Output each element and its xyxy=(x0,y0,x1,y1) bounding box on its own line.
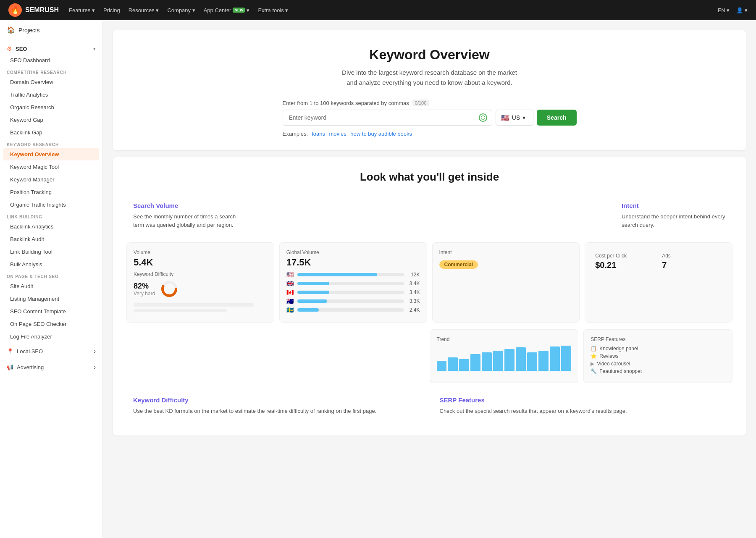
trend-bar xyxy=(550,346,560,371)
volume-kd-card: Volume 5.4K Keyword Difficulty 82% Very … xyxy=(126,242,274,323)
sidebar-item-organic-research[interactable]: Organic Research xyxy=(3,101,99,113)
trend-bar xyxy=(516,347,526,371)
volume-label: Volume xyxy=(134,249,267,255)
house-icon: 🏠 xyxy=(7,26,15,34)
language-selector[interactable]: EN ▾ xyxy=(718,7,730,13)
sidebar-item-listing-management[interactable]: Listing Management xyxy=(3,293,99,305)
trend-label: Trend xyxy=(437,336,572,342)
main-content: Keyword Overview Dive into the largest k… xyxy=(103,20,756,538)
sidebar-item-log-file[interactable]: Log File Analyzer xyxy=(3,331,99,343)
flag-emoji: 🇦🇺 xyxy=(286,298,295,304)
sidebar-item-keyword-overview[interactable]: Keyword Overview xyxy=(3,148,99,160)
cpc-grid: Cost per Click $0.21 Ads 7 xyxy=(592,249,725,273)
sidebar-item-seo-content-template[interactable]: SEO Content Template xyxy=(3,305,99,318)
local-seo-chevron: › xyxy=(94,348,96,354)
intent-description: Intent Understand the deeper intent behi… xyxy=(615,195,732,236)
intent-title: Intent xyxy=(622,202,726,209)
kd-detail: Very hard xyxy=(134,291,155,297)
trend-bar xyxy=(482,352,492,371)
kd-bottom-description: Keyword Difficulty Use the best KD formu… xyxy=(126,390,426,422)
flag-bar xyxy=(297,291,329,294)
serp-feature-label: Feautured snoppet xyxy=(599,368,642,374)
serp-bottom-description: SERP Features Check out the special sear… xyxy=(433,390,733,422)
cpc-label: Cost per Click xyxy=(595,253,655,259)
keyword-research-category: KEYWORD RESEARCH xyxy=(0,139,102,148)
seo-icon: ⚙ xyxy=(7,45,12,52)
search-volume-description: Search Volume See the monthly number of … xyxy=(126,195,244,236)
keyword-input-wrap xyxy=(283,110,492,126)
projects-nav-item[interactable]: 🏠 Projects xyxy=(7,26,96,34)
sidebar-item-traffic-analytics[interactable]: Traffic Analytics xyxy=(3,89,99,101)
top-annotations-row: Search Volume See the monthly number of … xyxy=(126,195,732,236)
seo-chevron: ▾ xyxy=(93,46,96,52)
sidebar-item-keyword-gap[interactable]: Keyword Gap xyxy=(3,114,99,126)
sidebar-item-seo-dashboard[interactable]: SEO Dashboard xyxy=(3,54,99,66)
serp-feature-icon: 📋 xyxy=(591,346,597,352)
trend-bar xyxy=(459,359,469,371)
country-selector[interactable]: 🇺🇸 US ▾ xyxy=(496,110,533,126)
sidebar-item-on-page-checker[interactable]: On Page SEO Checker xyxy=(3,318,99,330)
nav-features[interactable]: Features ▾ xyxy=(69,7,95,13)
flag-bar-wrap xyxy=(297,299,404,303)
features-title: Look what you'll get inside xyxy=(126,171,732,184)
nav-right: EN ▾ 👤 ▾ xyxy=(718,7,748,13)
kd-bottom-title: Keyword Difficulty xyxy=(133,396,420,404)
example-how-to-buy[interactable]: how to buy audible books xyxy=(350,131,412,137)
cpc-value: $0.21 xyxy=(595,260,655,270)
ads-label: Ads xyxy=(662,253,722,259)
sidebar-item-domain-overview[interactable]: Domain Overview xyxy=(3,76,99,88)
nav-company[interactable]: Company ▾ xyxy=(167,7,195,13)
second-row-cards: Trend SERP Features 📋 Knowledge panel ⭐ … xyxy=(430,329,733,383)
flag-value: 3.3K xyxy=(407,298,420,304)
flag-bar-wrap xyxy=(297,291,404,294)
nav-pricing[interactable]: Pricing xyxy=(103,7,120,13)
logo-text: SEMRUSH xyxy=(25,6,59,14)
nav-resources[interactable]: Resources ▾ xyxy=(129,7,159,13)
bottom-features: Keyword Difficulty Use the best KD formu… xyxy=(126,390,732,422)
trend-chart xyxy=(437,346,572,371)
trend-bar xyxy=(448,357,458,371)
flag-bar-wrap xyxy=(297,282,404,285)
keyword-input[interactable] xyxy=(283,110,492,126)
serp-feature-label: Reviews xyxy=(599,353,618,359)
new-badge: NEW xyxy=(233,8,245,13)
sidebar-item-backlink-analytics[interactable]: Backlink Analytics xyxy=(3,220,99,233)
sidebar-item-keyword-manager[interactable]: Keyword Manager xyxy=(3,173,99,186)
cpc-item: Cost per Click $0.21 xyxy=(592,249,659,273)
hero-card: Keyword Overview Dive into the largest k… xyxy=(113,30,746,150)
logo[interactable]: 🔥 SEMRUSH xyxy=(8,3,59,17)
country-chevron: ▾ xyxy=(522,114,525,121)
nav-extra-tools[interactable]: Extra tools ▾ xyxy=(258,7,288,13)
sidebar-item-position-tracking[interactable]: Position Tracking xyxy=(3,186,99,198)
sidebar-item-organic-traffic-insights[interactable]: Organic Traffic Insights xyxy=(3,199,99,211)
flag-bar xyxy=(297,308,319,312)
trend-bar xyxy=(538,351,549,371)
sidebar-item-bulk-analysis[interactable]: Bulk Analysis xyxy=(3,258,99,270)
keyword-counter: 0/100 xyxy=(412,100,429,106)
user-menu[interactable]: 👤 ▾ xyxy=(736,7,748,13)
seo-section-header[interactable]: ⚙ SEO ▾ xyxy=(0,40,102,54)
loading-indicator xyxy=(479,113,487,122)
logo-icon: 🔥 xyxy=(8,3,22,17)
search-button[interactable]: Search xyxy=(537,110,577,126)
serp-feature-icon: ▶ xyxy=(591,361,594,367)
example-loans[interactable]: loans xyxy=(312,131,325,137)
advertising-chevron: › xyxy=(94,364,96,370)
kd-donut-chart xyxy=(160,280,178,298)
kd-bottom-desc: Use the best KD formula on the market to… xyxy=(133,407,420,415)
sidebar-item-keyword-magic[interactable]: Keyword Magic Tool xyxy=(3,161,99,173)
sidebar-item-backlink-gap[interactable]: Backlink Gap xyxy=(3,126,99,139)
nav-app-center[interactable]: App Center NEW ▾ xyxy=(204,7,250,13)
advertising-icon: 📢 xyxy=(7,364,13,370)
sidebar-item-site-audit[interactable]: Site Audit xyxy=(3,280,99,292)
advertising-nav[interactable]: 📢 Advertising › xyxy=(0,360,102,375)
trend-bar xyxy=(527,352,537,371)
serp-label: SERP Features xyxy=(591,336,725,342)
serp-list: 📋 Knowledge panel ⭐ Reviews ▶ Video caro… xyxy=(591,346,725,374)
example-movies[interactable]: movies xyxy=(329,131,346,137)
sidebar-item-backlink-audit[interactable]: Backlink Audit xyxy=(3,233,99,245)
seo-label: SEO xyxy=(16,46,27,52)
local-seo-nav[interactable]: 📍 Local SEO › xyxy=(0,344,102,359)
trend-bar xyxy=(561,346,571,371)
sidebar-item-link-building-tool[interactable]: Link Building Tool xyxy=(3,246,99,258)
